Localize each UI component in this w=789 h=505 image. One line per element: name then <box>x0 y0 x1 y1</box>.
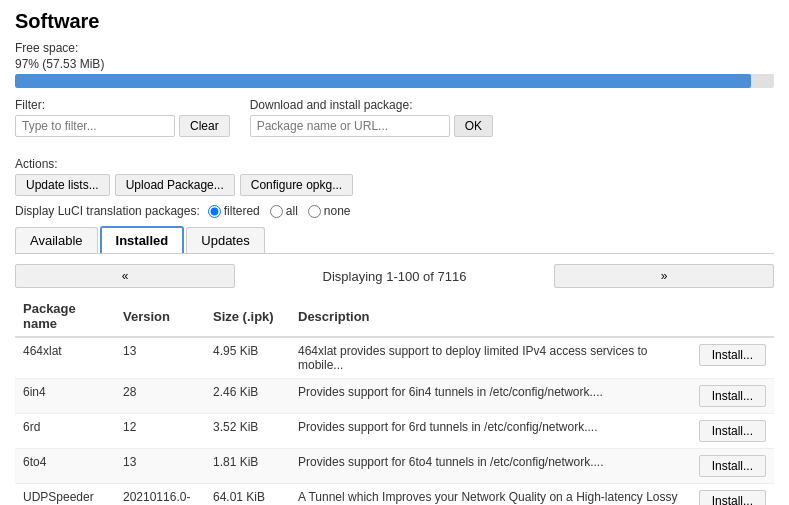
ok-button[interactable]: OK <box>454 115 493 137</box>
package-input[interactable] <box>250 115 450 137</box>
configure-opkg-button[interactable]: Configure opkg... <box>240 174 353 196</box>
pagination-info: Displaying 1-100 of 7116 <box>323 269 467 284</box>
table-row: 6to4 13 1.81 KiB Provides support for 6t… <box>15 449 774 484</box>
free-space-label: Free space: <box>15 41 774 55</box>
col-header-desc: Description <box>290 296 691 337</box>
table-row: 6in4 28 2.46 KiB Provides support for 6i… <box>15 379 774 414</box>
display-luci-label: Display LuCI translation packages: <box>15 204 200 218</box>
progress-bar-fill <box>15 74 751 88</box>
filter-input[interactable] <box>15 115 175 137</box>
clear-button[interactable]: Clear <box>179 115 230 137</box>
package-size: 64.01 KiB <box>205 484 290 506</box>
next-page-button[interactable]: » <box>554 264 774 288</box>
col-header-version: Version <box>115 296 205 337</box>
prev-page-button[interactable]: « <box>15 264 235 288</box>
install-button[interactable]: Install... <box>699 385 766 407</box>
package-version: 20210116.0-3 <box>115 484 205 506</box>
free-space-progress-bar <box>15 74 774 88</box>
package-name: 6to4 <box>15 449 115 484</box>
table-row: 464xlat 13 4.95 KiB 464xlat provides sup… <box>15 337 774 379</box>
package-description: A Tunnel which Improves your Network Qua… <box>290 484 691 506</box>
radio-none[interactable]: none <box>308 204 351 218</box>
install-button[interactable]: Install... <box>699 344 766 366</box>
package-size: 3.52 KiB <box>205 414 290 449</box>
col-header-name: Package name <box>15 296 115 337</box>
table-header-row: Package name Version Size (.ipk) Descrip… <box>15 296 774 337</box>
tabs-row: Available Installed Updates <box>15 226 774 254</box>
filter-label: Filter: <box>15 98 230 112</box>
package-name: 6in4 <box>15 379 115 414</box>
tab-installed[interactable]: Installed <box>100 226 185 253</box>
col-header-size: Size (.ipk) <box>205 296 290 337</box>
package-name: 464xlat <box>15 337 115 379</box>
package-version: 12 <box>115 414 205 449</box>
actions-label: Actions: <box>15 157 353 171</box>
package-action-cell: Install... <box>691 484 774 506</box>
display-luci-row: Display LuCI translation packages: filte… <box>15 204 774 218</box>
package-action-cell: Install... <box>691 414 774 449</box>
radio-filtered[interactable]: filtered <box>208 204 260 218</box>
package-description: Provides support for 6rd tunnels in /etc… <box>290 414 691 449</box>
table-row: UDPSpeeder 20210116.0-3 64.01 KiB A Tunn… <box>15 484 774 506</box>
pagination-row: « Displaying 1-100 of 7116 » <box>15 264 774 288</box>
tab-updates[interactable]: Updates <box>186 227 264 253</box>
packages-table: Package name Version Size (.ipk) Descrip… <box>15 296 774 505</box>
package-action-cell: Install... <box>691 449 774 484</box>
tab-available[interactable]: Available <box>15 227 98 253</box>
table-row: 6rd 12 3.52 KiB Provides support for 6rd… <box>15 414 774 449</box>
package-size: 2.46 KiB <box>205 379 290 414</box>
package-name: 6rd <box>15 414 115 449</box>
package-version: 28 <box>115 379 205 414</box>
package-name: UDPSpeeder <box>15 484 115 506</box>
free-space-value: 97% (57.53 MiB) <box>15 57 774 71</box>
package-size: 4.95 KiB <box>205 337 290 379</box>
install-button[interactable]: Install... <box>699 490 766 505</box>
package-action-cell: Install... <box>691 379 774 414</box>
install-button[interactable]: Install... <box>699 420 766 442</box>
package-action-cell: Install... <box>691 337 774 379</box>
package-description: Provides support for 6in4 tunnels in /et… <box>290 379 691 414</box>
update-lists-button[interactable]: Update lists... <box>15 174 110 196</box>
package-description: Provides support for 6to4 tunnels in /et… <box>290 449 691 484</box>
radio-all[interactable]: all <box>270 204 298 218</box>
col-header-action <box>691 296 774 337</box>
package-description: 464xlat provides support to deploy limit… <box>290 337 691 379</box>
page-title: Software <box>15 10 774 33</box>
upload-package-button[interactable]: Upload Package... <box>115 174 235 196</box>
install-button[interactable]: Install... <box>699 455 766 477</box>
package-size: 1.81 KiB <box>205 449 290 484</box>
download-label: Download and install package: <box>250 98 493 112</box>
package-version: 13 <box>115 449 205 484</box>
package-version: 13 <box>115 337 205 379</box>
